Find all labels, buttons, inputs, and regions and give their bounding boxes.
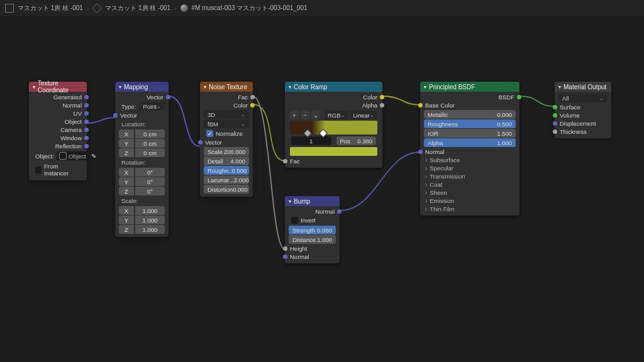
node-mapping[interactable]: ▾ Mapping Vector Type: Point⌄ Vector Loc… — [115, 82, 169, 237]
stop-color-swatch[interactable] — [290, 147, 377, 156]
add-stop-button[interactable]: + — [290, 111, 299, 119]
scale-y[interactable]: 1.000 — [135, 216, 165, 224]
eyedropper-icon[interactable]: ✎ — [91, 151, 96, 160]
chevron-down-icon: ▾ — [558, 84, 561, 90]
panel-transmission[interactable]: Transmission — [423, 172, 517, 180]
panel-sheen[interactable]: Sheen — [423, 189, 517, 197]
alpha-socket[interactable] — [380, 103, 384, 107]
panel-coat[interactable]: Coat — [423, 180, 517, 189]
mapping-type-select[interactable]: Type: Point⌄ — [119, 102, 165, 111]
rotation-z[interactable]: 0° — [135, 187, 165, 195]
panel-subsurface[interactable]: Subsurface — [423, 156, 517, 164]
node-material-output[interactable]: ▾ Material Output All⌄ Surface Volume Di… — [555, 82, 611, 138]
panel-emission[interactable]: Emission — [423, 197, 517, 205]
bsdf-socket[interactable] — [517, 95, 521, 99]
color-socket[interactable] — [250, 103, 255, 107]
vector-socket[interactable] — [84, 103, 89, 107]
vector-socket[interactable] — [84, 128, 89, 132]
chevron-down-icon: ▾ — [289, 84, 291, 90]
stop-index-input[interactable]: 1 — [291, 136, 331, 145]
node-header[interactable]: ▾ Bump — [285, 196, 340, 206]
color-socket[interactable] — [418, 103, 423, 107]
breadcrumb-item[interactable]: #M muscat-003 マスカット-003-001_001 — [192, 4, 308, 13]
location-z[interactable]: 0 cm — [135, 148, 165, 157]
invert-checkbox[interactable] — [291, 217, 298, 224]
panel-thin-film[interactable]: Thin Film — [423, 205, 517, 213]
node-texture-coordinate[interactable]: ▾ Texture Coordinate Generated Normal UV… — [29, 82, 87, 180]
ior-input[interactable]: IOR1.500 — [424, 129, 516, 138]
node-header[interactable]: ▾ Noise Texture — [200, 82, 253, 92]
scale-x[interactable]: 1.000 — [135, 206, 165, 215]
roughness-input[interactable]: Roughness0.500 — [424, 119, 516, 128]
normalize-checkbox[interactable]: ✓ — [206, 130, 213, 137]
alpha-input[interactable]: Alpha1.000 — [424, 138, 516, 147]
noise-lacunarity-input[interactable]: Lacunar...2.000 — [204, 175, 249, 184]
node-noise-texture[interactable]: ▾ Noise Texture Fac Color 3D⌄ fBM⌄ ✓Norm… — [200, 82, 253, 197]
normal-socket[interactable] — [283, 255, 287, 259]
color-mode-select[interactable]: RGB⌄ — [325, 111, 348, 119]
from-instancer-checkbox[interactable] — [35, 167, 42, 173]
vector-socket[interactable] — [84, 144, 89, 148]
target-select[interactable]: All⌄ — [558, 94, 608, 102]
node-canvas[interactable]: ▾ Texture Coordinate Generated Normal UV… — [0, 16, 644, 362]
node-principled-bsdf[interactable]: ▾ Principled BSDF BSDF Base Color Metall… — [420, 82, 519, 216]
socket-label: Color — [363, 94, 377, 101]
stop-pos-input[interactable]: Pos0.380 — [336, 136, 377, 145]
vector-socket[interactable] — [84, 95, 89, 99]
socket-label: Normal — [425, 148, 445, 155]
bump-strength-input[interactable]: Strength0.080 — [289, 226, 336, 234]
noise-dim-select[interactable]: 3D⌄ — [204, 110, 249, 119]
chevron-down-icon: ⌄ — [241, 121, 245, 127]
normal-socket[interactable] — [337, 209, 341, 214]
noise-distortion-input[interactable]: Distortion0.000 — [204, 185, 249, 194]
node-bump[interactable]: ▾ Bump Normal Invert Strength0.080 Dista… — [285, 196, 340, 263]
noise-roughness-input[interactable]: Roughn..0.500 — [204, 166, 249, 175]
socket-label: Fac — [238, 94, 248, 101]
displacement-socket[interactable] — [553, 121, 557, 126]
location-x[interactable]: 0 cm — [135, 129, 165, 138]
surface-socket[interactable] — [553, 105, 557, 109]
bump-distance-input[interactable]: Distance1.000 — [289, 235, 336, 244]
scale-z[interactable]: 1.000 — [135, 225, 165, 234]
node-header[interactable]: ▾ Material Output — [555, 82, 611, 92]
vector-socket[interactable] — [84, 136, 89, 140]
node-header[interactable]: ▾ Principled BSDF — [420, 82, 519, 92]
node-header[interactable]: ▾ Mapping — [115, 82, 169, 92]
socket-label: Normal — [290, 253, 309, 260]
chevron-down-icon: ⌄ — [341, 112, 345, 118]
noise-detail-input[interactable]: Detail4.000 — [204, 156, 249, 165]
breadcrumb-item[interactable]: マスカット 1房 枝 -001 — [105, 4, 170, 13]
node-header[interactable]: ▾ Color Ramp — [285, 82, 382, 92]
checkbox-label: Invert — [301, 217, 316, 224]
ramp-menu-button[interactable]: ⌄ — [311, 111, 320, 119]
vector-socket[interactable] — [84, 119, 89, 124]
volume-socket[interactable] — [553, 113, 557, 118]
panel-specular[interactable]: Specular — [423, 164, 517, 172]
node-header[interactable]: ▾ Texture Coordinate — [29, 82, 87, 92]
location-y[interactable]: 0 cm — [135, 139, 165, 148]
height-socket[interactable] — [283, 246, 287, 251]
interp-select[interactable]: Linear⌄ — [350, 111, 377, 119]
fac-socket[interactable] — [250, 95, 255, 99]
rotation-x[interactable]: 0° — [135, 168, 165, 177]
color-socket[interactable] — [380, 95, 384, 99]
location-label: Location: — [118, 119, 166, 129]
vector-socket[interactable] — [166, 95, 170, 99]
noise-scale-input[interactable]: Scale200.000 — [204, 147, 249, 156]
type-label: Type: — [119, 103, 136, 110]
vector-socket[interactable] — [84, 111, 89, 116]
vector-socket[interactable] — [113, 113, 118, 118]
breadcrumb-item[interactable]: マスカット 1房 枝 -001 — [18, 4, 83, 13]
noise-fractal-select[interactable]: fBM⌄ — [204, 119, 249, 128]
thickness-socket[interactable] — [553, 129, 557, 134]
metallic-input[interactable]: Metallic0.000 — [424, 110, 516, 119]
node-color-ramp[interactable]: ▾ Color Ramp Color Alpha + − ⌄ RGB⌄ Line… — [285, 82, 382, 168]
fac-socket[interactable] — [283, 159, 287, 163]
checkbox-label: Normalize — [216, 130, 243, 137]
normal-socket[interactable] — [418, 150, 423, 154]
vector-socket[interactable] — [198, 140, 203, 145]
color-ramp-gradient[interactable] — [290, 121, 377, 134]
rotation-y[interactable]: 0° — [135, 177, 165, 186]
remove-stop-button[interactable]: − — [301, 111, 309, 119]
object-field[interactable]: Object — [57, 151, 88, 160]
